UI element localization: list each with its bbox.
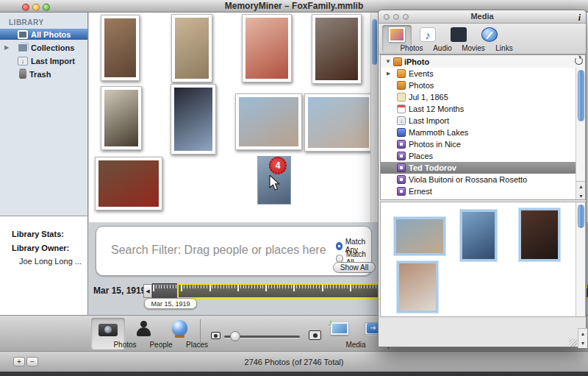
- media-button[interactable]: Media: [322, 318, 356, 350]
- palette-tab-icon: [481, 27, 498, 42]
- media-palette-window: Media i Photos ♪ Audio Movies Links ▼ iP…: [378, 10, 587, 347]
- palette-tab[interactable]: Movies: [444, 25, 473, 53]
- sidebar-item-icon: ↓: [18, 57, 28, 65]
- scroll-down-icon[interactable]: ▼: [576, 191, 586, 200]
- sidebar-item[interactable]: ▶ Collections: [0, 42, 87, 53]
- tree-row[interactable]: Mammoth Lakes: [381, 127, 585, 138]
- tree-row-icon: [397, 104, 406, 113]
- media-thumbnail[interactable]: [519, 208, 560, 261]
- close-button[interactable]: [22, 4, 29, 11]
- photo-thumbnail[interactable]: [312, 14, 362, 84]
- tree-row-label: Ted Todorov: [409, 163, 456, 172]
- photo-thumbnail[interactable]: [171, 84, 216, 155]
- thumbs-scrollbar[interactable]: [576, 202, 585, 316]
- drag-count-badge: 4: [269, 157, 287, 174]
- thumbs-scrollbar-thumb[interactable]: [578, 205, 584, 228]
- photo-thumbnail[interactable]: [101, 15, 140, 81]
- disclosure-triangle-icon[interactable]: ▶: [4, 44, 9, 51]
- tree-row[interactable]: Ernest: [381, 185, 585, 197]
- resize-grip[interactable]: [569, 338, 577, 347]
- tree-row[interactable]: Viola Buitoni or Rossana Rosetto: [381, 174, 585, 185]
- thumbnail-size-slider-knob[interactable]: [230, 331, 240, 341]
- show-all-button[interactable]: Show All: [333, 262, 376, 273]
- camera-icon: [98, 324, 118, 336]
- tree-row-label: Jul 1, 1865: [409, 93, 448, 102]
- palette-tab[interactable]: ♪ Audio: [413, 25, 442, 53]
- tree-row-icon: [397, 175, 406, 184]
- zoom-button[interactable]: [43, 4, 50, 11]
- tree-row[interactable]: Last 12 Months: [381, 103, 585, 115]
- mouse-cursor-icon: [269, 175, 281, 191]
- tree-row[interactable]: Ted Todorov: [381, 162, 585, 174]
- palette-footer: 4 photos ▲ ▼: [379, 317, 587, 348]
- tree-row[interactable]: Places: [381, 150, 585, 162]
- disclosure-triangle-icon[interactable]: ▶: [387, 71, 390, 77]
- photo-image: [175, 18, 209, 79]
- palette-zoom-button[interactable]: [403, 14, 409, 20]
- sidebar-item-icon: [19, 70, 26, 79]
- photo-thumbnail[interactable]: [235, 93, 302, 150]
- match-any-radio[interactable]: [336, 242, 343, 250]
- small-thumbnail-size-icon: [211, 332, 220, 339]
- owner-name: Joe Long Long ...: [12, 257, 87, 266]
- tree-row-label: Last 12 Months: [409, 104, 464, 113]
- search-filter-dropzone[interactable]: Search Filter: Drag people or places her…: [96, 226, 372, 276]
- disclosure-open-icon[interactable]: ▼: [385, 58, 391, 65]
- iphoto-icon: [393, 57, 402, 66]
- sidebar-items: All Photos ▶ Collections ↓ Last Import T…: [0, 29, 87, 79]
- tree-root-label: iPhoto: [404, 57, 429, 66]
- places-mode-button[interactable]: Places: [163, 318, 197, 350]
- main-scrollbar-thumb[interactable]: [372, 19, 377, 65]
- tree-row[interactable]: Photos in Nice: [381, 138, 585, 150]
- palette-tab-icon: [451, 27, 467, 42]
- tree-scrollbar[interactable]: ▲ ▼: [576, 68, 585, 200]
- media-thumbnail[interactable]: [397, 261, 438, 313]
- timeline-back-button[interactable]: ◀: [143, 284, 152, 298]
- scroll-up-icon[interactable]: ▲: [576, 182, 586, 191]
- minimize-button[interactable]: [32, 4, 40, 11]
- sidebar-item-label: Last Import: [31, 57, 75, 65]
- tree-row[interactable]: ↓ Last Import: [381, 115, 585, 127]
- people-mode-button[interactable]: People: [127, 318, 161, 350]
- tree-row-label: Mammoth Lakes: [409, 128, 468, 137]
- palette-title-bar[interactable]: Media i: [379, 10, 586, 24]
- timeline-current-date: Mar 15, 1919: [93, 285, 146, 296]
- palette-tab-icon: ♪: [420, 27, 436, 42]
- media-thumbnails-panel: [380, 202, 586, 317]
- match-all-radio[interactable]: [336, 255, 343, 263]
- scroll-up-icon[interactable]: ▲: [578, 329, 587, 338]
- tree-row-label: Places: [409, 152, 433, 160]
- palette-tab[interactable]: Photos: [382, 25, 412, 53]
- tree-row-label: Events: [409, 69, 434, 78]
- large-thumbnail-size-icon: [309, 330, 321, 340]
- photo-thumbnail[interactable]: [304, 93, 373, 152]
- palette-close-button[interactable]: [384, 14, 390, 20]
- photo-thumbnail[interactable]: [95, 157, 162, 210]
- tree-row[interactable]: Jul 1, 1865: [381, 91, 585, 103]
- tree-scrollbar-thumb[interactable]: [578, 70, 584, 121]
- tree-row[interactable]: ▶ Events: [381, 68, 585, 79]
- palette-scroll-arrows[interactable]: ▲ ▼: [578, 328, 587, 348]
- tree-row[interactable]: Photos: [381, 79, 585, 91]
- tree-scroll-arrows[interactable]: ▲ ▼: [576, 181, 586, 200]
- photos-mode-button[interactable]: Photos: [91, 318, 125, 350]
- media-thumbnail[interactable]: [394, 217, 445, 255]
- palette-tab[interactable]: Links: [475, 25, 504, 53]
- sidebar-item[interactable]: All Photos: [0, 29, 87, 40]
- media-icon: [331, 322, 348, 335]
- photo-thumbnail[interactable]: [242, 14, 292, 82]
- sidebar-item[interactable]: Trash: [0, 68, 87, 79]
- info-button[interactable]: i: [578, 12, 581, 24]
- scroll-down-icon[interactable]: ▼: [578, 338, 587, 348]
- refresh-icon[interactable]: [575, 57, 583, 65]
- photo-thumbnail[interactable]: [171, 14, 212, 82]
- main-scrollbar[interactable]: [370, 13, 377, 222]
- photo-thumbnail[interactable]: [101, 86, 142, 150]
- sidebar-header: LIBRARY: [0, 13, 87, 29]
- tree-root-row[interactable]: ▼ iPhoto: [381, 55, 585, 68]
- palette-minimize-button[interactable]: [393, 14, 399, 20]
- toolbar-divider: [200, 319, 201, 347]
- palette-title: Media: [470, 12, 493, 21]
- sidebar-item[interactable]: ↓ Last Import: [0, 55, 87, 66]
- media-thumbnail[interactable]: [460, 210, 497, 261]
